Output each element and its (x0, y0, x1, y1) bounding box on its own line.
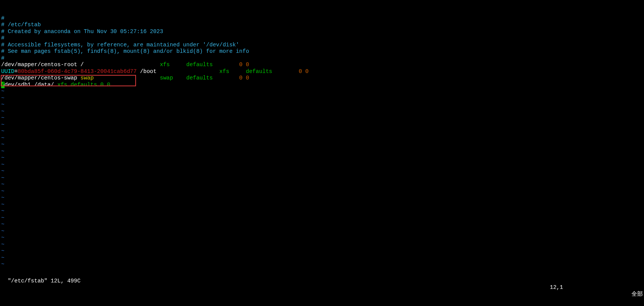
editor-viewport[interactable]: # # /etc/fstab # Created by anaconda on … (1, 8, 309, 268)
empty-line-tilde: ~ (1, 235, 5, 241)
fstab-device: /dev/mapper/centos-swap (1, 75, 81, 81)
fstab-comment: # (1, 15, 5, 21)
fstab-device: dev/sdb1 /data/ (5, 82, 57, 88)
empty-line-tilde: ~ (1, 201, 5, 208)
fstab-device: /dev/mapper/centos-root / (1, 62, 160, 68)
empty-line-tilde: ~ (1, 215, 5, 221)
fstab-comment: # /etc/fstab (1, 22, 41, 28)
empty-line-tilde: ~ (1, 241, 5, 247)
empty-line-tilde: ~ (1, 162, 5, 168)
fstab-options: defaults (246, 68, 299, 75)
fstab-dump: 0 0 (239, 75, 249, 81)
fstab-mountpoint: /boot (137, 68, 220, 75)
fstab-uuid-label: UUID (1, 68, 14, 75)
fstab-mountpoint: swap (81, 75, 160, 81)
status-scroll-indicator: 全部 (631, 291, 643, 298)
empty-line-tilde: ~ (1, 221, 5, 227)
empty-line-tilde: ~ (1, 88, 5, 94)
empty-line-tilde: ~ (1, 208, 5, 214)
empty-line-tilde: ~ (1, 115, 5, 121)
fstab-options: defaults (186, 62, 239, 68)
empty-line-tilde: ~ (1, 261, 5, 267)
empty-line-tilde: ~ (1, 141, 5, 147)
fstab-comment: # Accessible filesystems, by reference, … (1, 42, 239, 48)
empty-line-tilde: ~ (1, 228, 5, 234)
fstab-comment: # (1, 55, 5, 61)
fstab-fstype: xfs (219, 68, 246, 75)
fstab-dump: 0 0 (239, 62, 249, 68)
fstab-comment: # Created by anaconda on Thu Nov 30 05:2… (1, 29, 163, 35)
empty-line-tilde: ~ (1, 122, 5, 128)
empty-line-tilde: ~ (1, 168, 5, 174)
empty-line-tilde: ~ (1, 128, 5, 134)
empty-line-tilde: ~ (1, 95, 5, 101)
fstab-fstype: swap (160, 75, 187, 81)
empty-line-tilde: ~ (1, 155, 5, 161)
status-filename: "/etc/fstab" 12L, 499C (8, 278, 80, 284)
empty-line-tilde: ~ (1, 248, 5, 254)
fstab-dump: 0 0 (299, 68, 309, 75)
fstab-uuid-value: 80bda85f-060d-4c79-8413-20041cab6d77 (18, 68, 137, 75)
empty-line-tilde: ~ (1, 175, 5, 181)
empty-line-tilde: ~ (1, 108, 5, 114)
status-cursor-position: 12,1 (550, 284, 563, 291)
equals-sign: = (14, 68, 18, 75)
fstab-tail: xfs defaults 0 0 (57, 82, 110, 88)
vim-status-bar: "/etc/fstab" 12L, 499C 12,1 全部 (1, 271, 643, 298)
fstab-comment: # See man pages fstab(5), findfs(8), mou… (1, 48, 249, 54)
text-cursor: / (1, 82, 5, 89)
empty-line-tilde: ~ (1, 255, 5, 261)
empty-line-tilde: ~ (1, 148, 5, 154)
empty-line-tilde: ~ (1, 195, 5, 201)
fstab-fstype: xfs (160, 62, 187, 68)
fstab-options: defaults (186, 75, 239, 81)
empty-line-tilde: ~ (1, 135, 5, 141)
fstab-comment: # (1, 35, 5, 41)
empty-line-tilde: ~ (1, 101, 5, 108)
empty-line-tilde: ~ (1, 181, 5, 187)
empty-line-tilde: ~ (1, 188, 5, 194)
